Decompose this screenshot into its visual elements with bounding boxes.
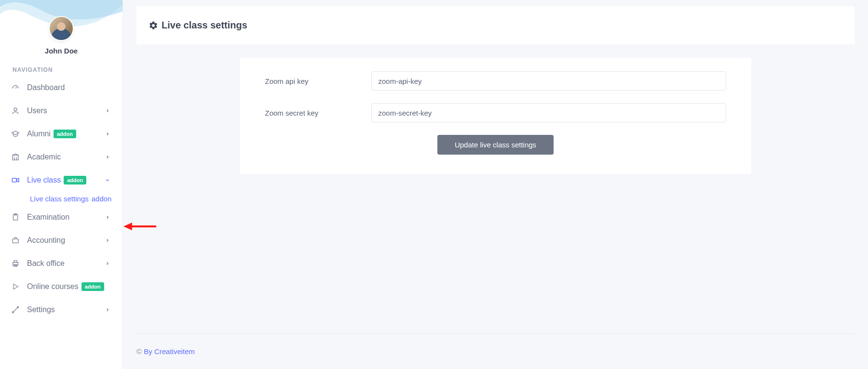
user-icon [11,106,20,116]
main: Live class settings Zoom api key Zoom se… [123,0,868,369]
sidebar-item-label: Alumni [27,130,51,138]
svg-marker-5 [16,178,19,182]
content-area: Zoom api key Zoom secret key Update live… [123,44,868,369]
gear-icon [148,20,159,31]
addon-badge: addon [81,282,104,291]
sidebar: John Doe NAVIGATION Dashboard [0,0,123,369]
sidebar-item-label: Back office [27,259,65,268]
svg-rect-1 [13,155,18,160]
chevron-right-icon [103,153,112,161]
sidebar-item-label: Users [27,106,47,115]
sidebar-subitem-live-class-settings[interactable]: Live class settings addon [0,192,122,206]
sidebar-item-label: Examination [27,213,69,222]
settings-card: Zoom api key Zoom secret key Update live… [240,58,751,174]
chevron-right-icon [103,259,112,268]
sidebar-item-accounting[interactable]: Accounting [0,229,122,252]
chevron-right-icon [103,130,112,138]
form-row-zoom-api: Zoom api key [265,71,726,91]
sidebar-item-label: Accounting [27,236,65,245]
user-name: John Doe [45,47,78,55]
svg-marker-12 [14,284,18,290]
speedometer-icon [11,83,20,92]
svg-rect-10 [14,261,17,263]
sidebar-item-alumni[interactable]: Alumni addon [0,122,122,145]
sidebar-item-label: Dashboard [27,83,65,92]
update-settings-button[interactable]: Update live class settings [437,135,554,155]
sidebar-item-label: Live class settings [30,195,89,203]
nav: Dashboard Users [0,76,122,369]
svg-rect-4 [12,178,16,182]
footer-copy: © [136,347,144,356]
svg-point-0 [14,108,17,111]
play-icon [11,282,20,291]
svg-rect-8 [13,239,18,243]
sidebar-item-label: Live class [27,176,61,184]
sidebar-item-label: Academic [27,153,61,161]
avatar[interactable] [49,16,74,41]
zoom-secret-key-input[interactable] [371,103,726,122]
sidebar-item-academic[interactable]: Academic [0,145,122,169]
chevron-down-icon [103,176,112,184]
printer-icon [11,259,20,268]
tools-icon [11,305,20,315]
footer-link[interactable]: By Creativeitem [144,347,195,356]
footer: © By Creativeitem [136,333,854,369]
zoom-api-key-label: Zoom api key [265,77,371,85]
sidebar-item-live-class[interactable]: Live class addon [0,169,122,192]
sidebar-item-dashboard[interactable]: Dashboard [0,76,122,99]
building-icon [11,152,20,162]
zoom-api-key-input[interactable] [371,71,726,91]
chevron-right-icon [103,236,112,245]
page-title: Live class settings [162,20,247,31]
chevron-right-icon [103,305,112,314]
zoom-secret-key-label: Zoom secret key [265,109,371,117]
form-row-zoom-secret: Zoom secret key [265,103,726,122]
briefcase-icon [11,236,20,245]
sidebar-item-users[interactable]: Users [0,99,122,122]
form-actions: Update live class settings [265,135,726,155]
sidebar-item-online-courses[interactable]: Online courses addon [0,275,122,298]
addon-badge: addon [64,176,86,184]
video-icon [11,175,20,185]
addon-badge: addon [92,195,112,203]
sidebar-item-label: Online courses [27,282,79,291]
page-header: Live class settings [136,6,854,44]
clipboard-icon [11,212,20,222]
graduation-cap-icon [11,129,20,139]
sidebar-header: John Doe [0,0,122,58]
sidebar-item-examination[interactable]: Examination [0,206,122,229]
sidebar-item-label: Settings [27,305,55,314]
addon-badge: addon [54,130,76,138]
sidebar-item-settings[interactable]: Settings [0,298,122,321]
sidebar-item-back-office[interactable]: Back office [0,252,122,275]
chevron-right-icon [103,213,112,222]
chevron-right-icon [103,106,112,115]
nav-section-title: NAVIGATION [0,58,122,76]
